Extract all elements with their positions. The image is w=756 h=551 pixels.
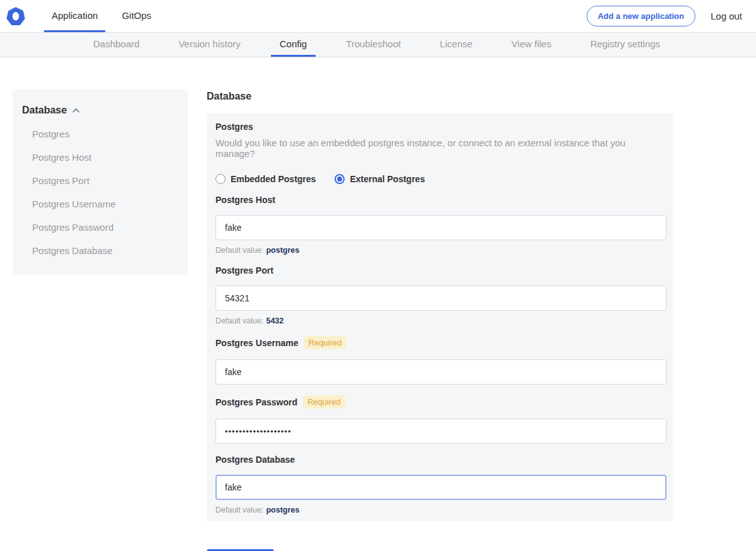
postgres-mode-radio-group: Embedded Postgres External Postgres xyxy=(215,174,664,184)
config-group-card: Postgres Would you like to use an embedd… xyxy=(207,113,673,521)
postgres-database-input[interactable] xyxy=(215,475,667,500)
radio-external-label: External Postgres xyxy=(350,174,425,184)
postgres-port-input[interactable] xyxy=(215,286,667,311)
radio-circle-icon xyxy=(335,174,345,184)
subnav-dashboard[interactable]: Dashboard xyxy=(84,33,148,57)
field-label: Postgres Host xyxy=(215,195,275,205)
config-section-title: Database xyxy=(207,91,673,102)
sidebar-item-postgres-password[interactable]: Postgres Password xyxy=(22,222,176,233)
default-label: Default value: xyxy=(215,316,263,325)
default-label: Default value: xyxy=(215,506,263,514)
subnav-registry-settings[interactable]: Registry settings xyxy=(581,33,669,57)
subnav-version-history[interactable]: Version history xyxy=(169,33,249,57)
field-postgres-username: Postgres Username Required xyxy=(215,336,664,385)
kots-logo-icon xyxy=(6,7,25,26)
required-badge: Required xyxy=(303,395,345,409)
default-value-line: Default value:postgres xyxy=(215,246,664,255)
tab-application-label: Application xyxy=(52,10,98,21)
postgres-password-input[interactable] xyxy=(215,419,667,444)
config-sidebar: Database Postgres Postgres Host Postgres… xyxy=(13,90,188,275)
top-header: Application GitOps Add a new application… xyxy=(0,0,756,33)
sidebar-item-postgres-username[interactable]: Postgres Username xyxy=(22,199,176,209)
subnav-view-files[interactable]: View files xyxy=(503,33,560,57)
postgres-host-input[interactable] xyxy=(215,215,667,240)
primary-tabs: Application GitOps xyxy=(44,0,159,32)
field-postgres-host: Postgres Host Default value:postgres xyxy=(215,195,664,255)
config-main: Database Postgres Would you like to use … xyxy=(207,90,673,551)
tab-application[interactable]: Application xyxy=(44,0,105,32)
subnav-license[interactable]: License xyxy=(431,33,481,57)
default-value-line: Default value:postgres xyxy=(215,506,664,514)
field-label: Postgres Password xyxy=(215,397,297,407)
required-badge: Required xyxy=(304,336,346,349)
sidebar-item-postgres-port[interactable]: Postgres Port xyxy=(22,175,176,186)
field-label: Postgres Database xyxy=(215,455,295,465)
group-help-text: Would you like to use an embedded postgr… xyxy=(215,137,664,159)
radio-embedded-label: Embedded Postgres xyxy=(231,174,316,184)
sidebar-item-postgres[interactable]: Postgres xyxy=(22,129,176,139)
app-subnav: Dashboard Version history Config Trouble… xyxy=(0,33,756,57)
default-value: postgres xyxy=(266,246,299,255)
default-value: 5432 xyxy=(266,316,284,325)
postgres-username-input[interactable] xyxy=(215,359,667,385)
subnav-troubleshoot[interactable]: Troubleshoot xyxy=(337,33,410,57)
field-label: Postgres Port xyxy=(215,265,273,276)
sidebar-group-database[interactable]: Database xyxy=(22,105,176,116)
subnav-config[interactable]: Config xyxy=(271,33,316,57)
sidebar-item-postgres-host[interactable]: Postgres Host xyxy=(22,152,176,163)
default-label: Default value: xyxy=(215,246,263,255)
group-label-postgres: Postgres xyxy=(215,122,664,132)
field-postgres-database: Postgres Database Default value:postgres xyxy=(215,455,664,514)
sidebar-item-postgres-database[interactable]: Postgres Database xyxy=(22,245,176,256)
content-area: Database Postgres Postgres Host Postgres… xyxy=(0,57,756,551)
sidebar-group-label: Database xyxy=(22,105,67,116)
radio-circle-icon xyxy=(215,174,226,184)
tab-gitops-label: GitOps xyxy=(122,10,151,21)
default-value: postgres xyxy=(266,506,299,514)
field-label: Postgres Username xyxy=(215,338,299,348)
tab-gitops[interactable]: GitOps xyxy=(114,0,159,32)
add-new-application-button[interactable]: Add a new application xyxy=(587,6,696,26)
field-postgres-password: Postgres Password Required xyxy=(215,395,664,444)
logout-link[interactable]: Log out xyxy=(711,11,742,21)
header-spacer xyxy=(159,0,587,32)
field-postgres-port: Postgres Port Default value:5432 xyxy=(215,265,664,325)
chevron-up-icon xyxy=(72,108,80,113)
radio-embedded-postgres[interactable]: Embedded Postgres xyxy=(215,174,316,184)
default-value-line: Default value:5432 xyxy=(215,316,664,325)
app-logo[interactable] xyxy=(6,0,25,32)
radio-external-postgres[interactable]: External Postgres xyxy=(335,174,425,184)
